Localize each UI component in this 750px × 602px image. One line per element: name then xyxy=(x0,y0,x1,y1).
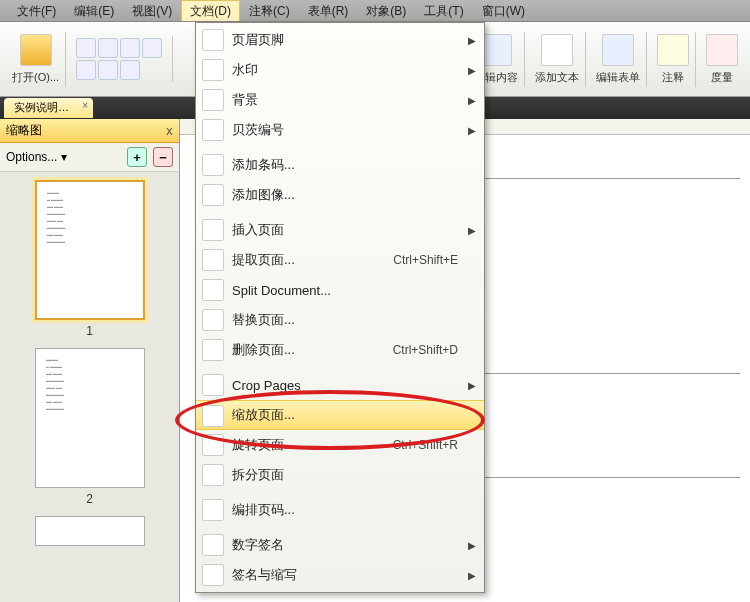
thumbnails-list: ━━━━━ ━━━━━━ ━━━━━━━━━━━━ ━━━━━━━━━━ ━━━… xyxy=(0,172,179,602)
menu-item[interactable]: 旋转页面...Ctrl+Shift+R xyxy=(196,430,484,460)
menu-item[interactable]: 插入页面▶ xyxy=(196,215,484,245)
options-button[interactable]: Options... ▾ xyxy=(6,150,67,164)
email-icon[interactable] xyxy=(142,38,162,58)
menu-item-label: 替换页面... xyxy=(232,311,295,329)
menu-item[interactable]: 添加图像... xyxy=(196,180,484,210)
page-number-label: 1 xyxy=(12,324,167,338)
ribbon-group-addtext[interactable]: 添加文本 xyxy=(529,32,586,87)
edit-form-icon xyxy=(602,34,634,66)
menu-item[interactable]: 贝茨编号▶ xyxy=(196,115,484,145)
menu-item-label: 添加图像... xyxy=(232,186,295,204)
menu-item-shortcut: Ctrl+Shift+D xyxy=(393,343,458,357)
page-thumbnail[interactable]: ━━━━━ ━━━━━━ ━━━━━━━━━━━━ ━━━━━━━━━━ ━━━… xyxy=(35,348,145,488)
menu-item-icon xyxy=(202,339,224,361)
menu-item[interactable]: 表单(R) xyxy=(299,0,358,21)
menu-item-icon xyxy=(202,89,224,111)
menu-item-icon xyxy=(202,405,224,427)
edit-form-label: 编辑表单 xyxy=(596,70,640,85)
ribbon-group-measure[interactable]: 度量 xyxy=(700,32,744,87)
menu-item[interactable]: 文档(D) xyxy=(181,0,240,21)
ribbon-group-quick xyxy=(70,36,173,82)
menu-item[interactable]: 背景▶ xyxy=(196,85,484,115)
undo-icon[interactable] xyxy=(98,60,118,80)
sidebar-title: 缩略图 xyxy=(6,122,42,139)
zoom-out-button[interactable]: − xyxy=(153,147,173,167)
save-icon[interactable] xyxy=(76,38,96,58)
folder-open-icon[interactable] xyxy=(20,34,52,66)
menu-item-icon xyxy=(202,219,224,241)
sidebar-title-bar: 缩略图 x xyxy=(0,119,179,143)
menu-item-shortcut: Ctrl+Shift+E xyxy=(393,253,458,267)
submenu-arrow-icon: ▶ xyxy=(468,570,476,581)
menu-item-icon xyxy=(202,464,224,486)
menu-item[interactable]: 视图(V) xyxy=(123,0,181,21)
page-thumbnail[interactable]: ━━━━━ ━━━━━━ ━━━━━━━━━━━━ ━━━━━━━━━━ ━━━… xyxy=(35,180,145,320)
menu-item[interactable]: 签名与缩写▶ xyxy=(196,560,484,590)
submenu-arrow-icon: ▶ xyxy=(468,125,476,136)
menu-item-icon xyxy=(202,119,224,141)
document-tab-title: 实例说明… xyxy=(14,101,69,113)
add-text-label: 添加文本 xyxy=(535,70,579,85)
add-text-icon xyxy=(541,34,573,66)
menu-item[interactable]: 文件(F) xyxy=(8,0,65,21)
document-tab[interactable]: 实例说明… × xyxy=(4,98,93,118)
page-number-label: 2 xyxy=(12,492,167,506)
menu-item[interactable]: 缩放页面... xyxy=(196,400,484,430)
menu-item-label: 编排页码... xyxy=(232,501,295,519)
sidebar-close-icon[interactable]: x xyxy=(166,124,173,138)
menu-item-shortcut: Ctrl+Shift+R xyxy=(393,438,458,452)
open-label[interactable]: 打开(O)... xyxy=(12,70,59,85)
menu-item[interactable]: 注释(C) xyxy=(240,0,299,21)
scan-icon[interactable] xyxy=(120,38,140,58)
thumbnails-sidebar: 缩略图 x Options... ▾ + − ━━━━━ ━━━━━━ ━━━━… xyxy=(0,119,180,602)
menu-item-label: 页眉页脚 xyxy=(232,31,284,49)
menu-item-label: 删除页面... xyxy=(232,341,295,359)
menu-item[interactable]: 水印▶ xyxy=(196,55,484,85)
sidebar-options-bar: Options... ▾ + − xyxy=(0,143,179,172)
menu-item-icon xyxy=(202,59,224,81)
menu-item[interactable]: 添加条码... xyxy=(196,150,484,180)
menu-item[interactable]: 页眉页脚▶ xyxy=(196,25,484,55)
menu-item-label: 签名与缩写 xyxy=(232,566,297,584)
page-thumbnail[interactable] xyxy=(35,516,145,546)
menu-item[interactable]: 工具(T) xyxy=(415,0,472,21)
zoom-in-button[interactable]: + xyxy=(127,147,147,167)
menu-item-icon xyxy=(202,499,224,521)
annotate-icon xyxy=(657,34,689,66)
menu-item-icon xyxy=(202,249,224,271)
menu-item-label: 拆分页面 xyxy=(232,466,284,484)
menu-item-label: 背景 xyxy=(232,91,258,109)
menu-item-icon xyxy=(202,374,224,396)
menu-item[interactable]: 对象(B) xyxy=(357,0,415,21)
menu-item[interactable]: Crop Pages▶ xyxy=(196,370,484,400)
menu-item[interactable]: Split Document... xyxy=(196,275,484,305)
close-tab-icon[interactable]: × xyxy=(82,100,88,111)
measure-label: 度量 xyxy=(711,70,733,85)
ribbon-group-open: 打开(O)... xyxy=(6,32,66,87)
document-menu-dropdown: 页眉页脚▶水印▶背景▶贝茨编号▶添加条码...添加图像...插入页面▶提取页面.… xyxy=(195,22,485,593)
menu-item-icon xyxy=(202,564,224,586)
menu-item-icon xyxy=(202,154,224,176)
submenu-arrow-icon: ▶ xyxy=(468,35,476,46)
ribbon-group-editform[interactable]: 编辑表单 xyxy=(590,32,647,87)
menu-item[interactable]: 数字签名▶ xyxy=(196,530,484,560)
menu-item[interactable]: 提取页面...Ctrl+Shift+E xyxy=(196,245,484,275)
submenu-arrow-icon: ▶ xyxy=(468,225,476,236)
print-icon[interactable] xyxy=(98,38,118,58)
ribbon-group-annotate[interactable]: 注释 xyxy=(651,32,696,87)
menu-item[interactable]: 窗口(W) xyxy=(473,0,534,21)
printer-icon[interactable] xyxy=(76,60,96,80)
menu-item-label: 水印 xyxy=(232,61,258,79)
menu-item-icon xyxy=(202,184,224,206)
menu-item-label: 数字签名 xyxy=(232,536,284,554)
submenu-arrow-icon: ▶ xyxy=(468,540,476,551)
menu-item-icon xyxy=(202,279,224,301)
menu-item[interactable]: 替换页面... xyxy=(196,305,484,335)
menu-item-icon xyxy=(202,534,224,556)
menu-item[interactable]: 编辑(E) xyxy=(65,0,123,21)
menu-item[interactable]: 删除页面...Ctrl+Shift+D xyxy=(196,335,484,365)
menu-item[interactable]: 拆分页面 xyxy=(196,460,484,490)
menu-item-icon xyxy=(202,434,224,456)
menu-item[interactable]: 编排页码... xyxy=(196,495,484,525)
redo-icon[interactable] xyxy=(120,60,140,80)
